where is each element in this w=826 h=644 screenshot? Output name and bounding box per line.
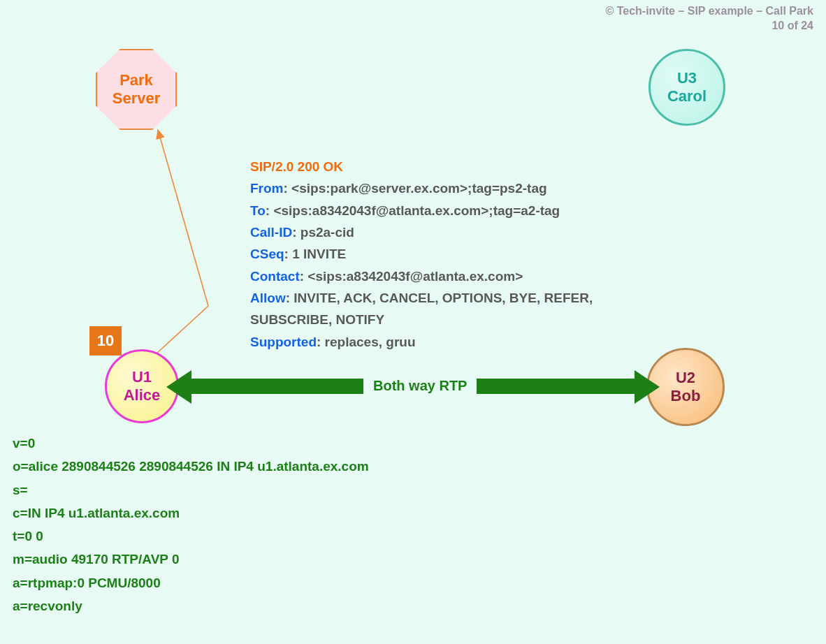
sip-contact-val: : <sips:a8342043f@atlanta.ex.com> [300,269,523,284]
node-park-server-label: Park Server [113,71,161,108]
sip-header-to: To: <sips:a8342043f@atlanta.ex.com>;tag=… [250,200,593,221]
copyright-line2: 10 of 24 [605,19,813,34]
sip-to-val: : <sips:a8342043f@atlanta.ex.com>;tag=a2… [266,203,560,218]
alice-line1: U1 [132,368,152,386]
sip-from-key: From [250,181,284,196]
rtp-label: Both way RTP [363,378,477,394]
alice-line2: Alice [124,386,161,404]
sip-cseq-val: : 1 INVITE [284,247,347,261]
sip-header-allow-cont: SUBSCRIBE, NOTIFY [250,309,593,330]
sip-cseq-key: CSeq [250,247,284,261]
sdp-line-a2: a=recvonly [13,594,369,617]
sdp-line-c: c=IN IP4 u1.atlanta.ex.com [13,502,369,525]
node-park-server: Park Server [96,49,177,130]
sdp-line-t: t=0 0 [13,525,369,548]
sip-from-val: : <sips:park@server.ex.com>;tag=ps2-tag [284,181,547,196]
carol-line2: Carol [667,87,707,105]
sip-contact-key: Contact [250,269,300,284]
park-server-line1: Park [119,71,153,89]
rtp-arrowhead-right-icon [635,370,660,404]
sip-allow-val: : INVITE, ACK, CANCEL, OPTIONS, BYE, REF… [286,291,593,305]
sip-callid-val: : ps2a-cid [292,225,354,240]
copyright-line1: © Tech-invite – SIP example – Call Park [605,4,813,19]
sip-message: SIP/2.0 200 OK From: <sips:park@server.e… [250,156,593,353]
sdp-line-a1: a=rtpmap:0 PCMU/8000 [13,571,369,594]
sdp-line-s: s= [13,478,369,502]
step-number: 10 [97,332,114,350]
bob-line2: Bob [671,387,701,404]
sip-allow-key: Allow [250,291,286,305]
sip-header-allow: Allow: INVITE, ACK, CANCEL, OPTIONS, BYE… [250,287,593,309]
node-carol: U3 Carol [649,49,725,126]
sip-header-callid: Call-ID: ps2a-cid [250,221,593,243]
park-server-line2: Server [113,89,161,107]
node-bob-label: U2 Bob [671,369,701,406]
sdp-body: v=0 o=alice 2890844526 2890844526 IN IP4… [13,432,369,617]
node-carol-label: U3 Carol [667,69,707,106]
sip-header-supported: Supported: replaces, gruu [250,331,593,353]
sip-header-from: From: <sips:park@server.ex.com>;tag=ps2-… [250,177,593,199]
sip-to-key: To [250,203,266,218]
sip-supported-val: : replaces, gruu [317,335,416,349]
sip-header-contact: Contact: <sips:a8342043f@atlanta.ex.com> [250,265,593,287]
carol-line1: U3 [677,69,697,87]
sdp-line-m: m=audio 49170 RTP/AVP 0 [13,548,369,571]
sip-header-cseq: CSeq: 1 INVITE [250,243,593,265]
step-badge: 10 [89,326,122,356]
sdp-line-v: v=0 [13,432,369,455]
bob-line1: U2 [676,369,695,386]
sip-callid-key: Call-ID [250,225,292,240]
sdp-line-o: o=alice 2890844526 2890844526 IN IP4 u1.… [13,455,369,478]
copyright-footer: © Tech-invite – SIP example – Call Park … [605,4,813,34]
sip-supported-key: Supported [250,335,317,349]
sip-status-line: SIP/2.0 200 OK [250,156,593,177]
node-alice-label: U1 Alice [124,368,161,405]
